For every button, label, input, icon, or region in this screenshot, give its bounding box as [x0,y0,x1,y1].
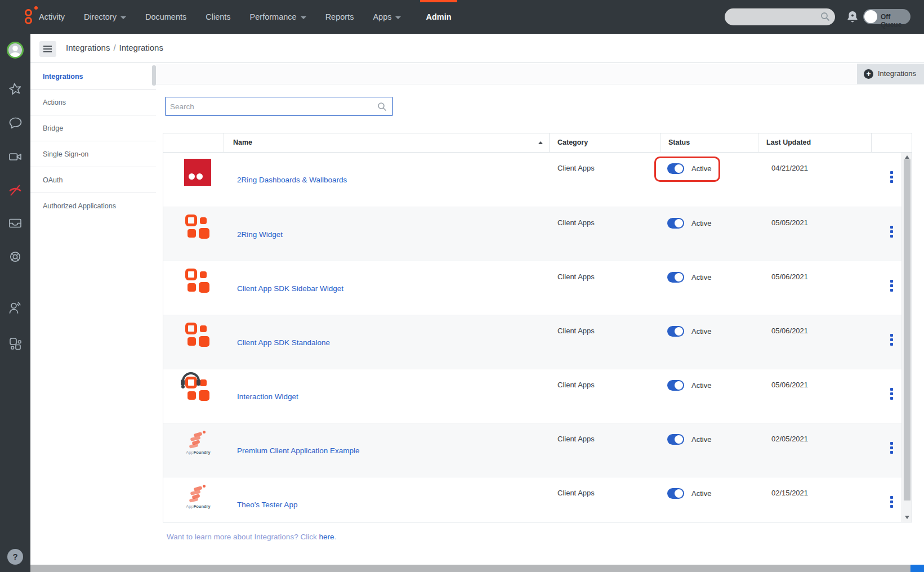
row-actions-menu[interactable] [887,332,895,349]
integrations-search [165,97,393,116]
admin-submenu: IntegrationsActionsBridgeSingle Sign-onO… [30,64,156,219]
inbox-icon[interactable] [8,216,23,230]
status-toggle[interactable] [667,272,684,283]
integration-icon: AppFoundry [184,159,213,190]
scrollbar-thumb[interactable] [904,159,910,500]
logo-dot [34,6,38,10]
global-search [725,8,835,25]
table-row: AppFoundry 2Ring Widget Client Apps Acti… [163,207,901,261]
apps-grid-icon[interactable] [8,336,23,351]
nav-item-apps[interactable]: Apps [373,0,401,34]
off-queue-knob [864,10,877,23]
user-avatar[interactable] [7,42,24,59]
genesys-logo-icon[interactable] [25,6,39,28]
submenu-item-bridge[interactable]: Bridge [30,115,156,141]
table-header: Name Category Status Last Updated [163,133,912,153]
search-icon [820,12,830,21]
row-actions-menu[interactable] [887,278,895,295]
breadcrumb-page: Integrations [119,43,163,52]
row-actions-menu[interactable] [887,494,895,511]
nav-item-documents[interactable]: Documents [145,0,186,34]
toolbar-band: + Integrations [156,64,924,84]
nav-item-reports[interactable]: Reports [325,0,354,34]
left-rail: ? [0,34,30,572]
agent-voice-icon[interactable] [8,301,23,315]
off-queue-toggle[interactable]: Off Queue [863,9,910,24]
off-queue-label: Off Queue [881,13,910,29]
menu-toggle-button[interactable] [39,41,56,57]
nav-item-admin[interactable]: Admin [420,0,457,34]
column-header-name[interactable]: Name [233,138,252,146]
interaction-widget-icon [184,376,212,404]
breadcrumb-section[interactable]: Integrations [66,43,110,52]
nav-item-directory[interactable]: Directory [84,0,126,34]
sort-asc-icon [538,141,543,144]
integration-name-link[interactable]: Client App SDK Standalone [237,338,330,347]
nav-item-label: Performance [250,12,297,21]
row-actions-menu[interactable] [887,386,895,403]
nav-item-activity[interactable]: Activity [39,0,65,34]
status-toggle[interactable] [667,218,684,229]
nav-item-performance[interactable]: Performance [250,0,306,34]
row-actions-menu[interactable] [887,169,895,186]
status-toggle[interactable] [667,434,684,445]
table-row: AppFoundry Theo's Tester App Client Apps… [163,477,901,522]
row-actions-menu[interactable] [887,440,895,457]
nav-item-label: Reports [325,12,354,21]
table-row: AppFoundry Client App SDK Standalone Cli… [163,315,901,369]
scroll-down-arrow-icon[interactable] [905,516,909,519]
notifications-bell-icon[interactable] [846,10,859,24]
learn-more-note: Want to learn more about Integrations? C… [167,533,336,541]
integration-name-link[interactable]: Premium Client Application Example [237,446,360,455]
column-header-category[interactable]: Category [557,138,588,146]
status-label: Active [691,164,711,173]
table-row: AppFoundry 2Ring Dashboards & Wallboards… [163,153,901,207]
integration-name-link[interactable]: Interaction Widget [237,392,298,401]
submenu-item-actions[interactable]: Actions [30,90,156,115]
submenu-scrollbar-thumb[interactable] [152,65,156,86]
integration-icon: AppFoundry [184,376,213,407]
integration-name-link[interactable]: Theo's Tester App [237,500,297,509]
status-toggle[interactable] [667,163,684,174]
row-actions-menu[interactable] [887,224,895,241]
table-vertical-scrollbar [901,153,912,522]
submenu-item-integrations[interactable]: Integrations [30,64,156,90]
chat-icon[interactable] [8,115,23,130]
integration-icon: AppFoundry [184,430,213,461]
nav-item-label: Documents [145,12,186,21]
status-toggle[interactable] [667,488,684,499]
integrations-search-input[interactable] [170,100,373,113]
settings-wheel-icon[interactable] [8,249,23,264]
favorites-star-icon[interactable] [8,82,23,96]
row-last-updated: 05/06/2021 [771,327,808,335]
integration-name-link[interactable]: 2Ring Widget [237,230,283,239]
appfoundry-icon: AppFoundry [182,484,214,515]
logo-ring [25,17,32,24]
horizontal-scrollbar-thumb[interactable] [30,565,910,572]
integration-name-link[interactable]: 2Ring Dashboards & Wallboards [237,176,347,184]
submenu-item-authorized-applications[interactable]: Authorized Applications [30,193,156,219]
row-category: Client Apps [557,489,595,497]
submenu-item-single-sign-on[interactable]: Single Sign-on [30,141,156,167]
nav-item-label: Admin [426,12,451,21]
global-search-input[interactable] [733,11,817,23]
submenu-item-oauth[interactable]: OAuth [30,167,156,193]
video-icon[interactable] [8,149,23,164]
scroll-up-arrow-icon[interactable] [905,155,909,159]
column-header-status[interactable]: Status [668,138,690,146]
row-last-updated: 04/21/2021 [771,164,808,172]
status-toggle[interactable] [667,380,684,391]
nav-item-clients[interactable]: Clients [206,0,230,34]
nav-item-label: Directory [84,12,117,21]
column-header-last-updated[interactable]: Last Updated [766,138,811,146]
breadcrumb-bar: Integrations/Integrations [30,34,924,63]
integration-name-link[interactable]: Client App SDK Sidebar Widget [237,284,343,293]
learn-more-text: Want to learn more about Integrations? C… [167,533,319,541]
add-integrations-button[interactable]: + Integrations [857,64,924,84]
help-icon[interactable]: ? [7,549,23,565]
learn-more-link[interactable]: here [319,533,334,541]
learn-more-suffix: . [334,533,336,541]
status-label: Active [691,489,711,498]
end-call-icon[interactable] [8,183,23,198]
status-toggle[interactable] [667,326,684,337]
